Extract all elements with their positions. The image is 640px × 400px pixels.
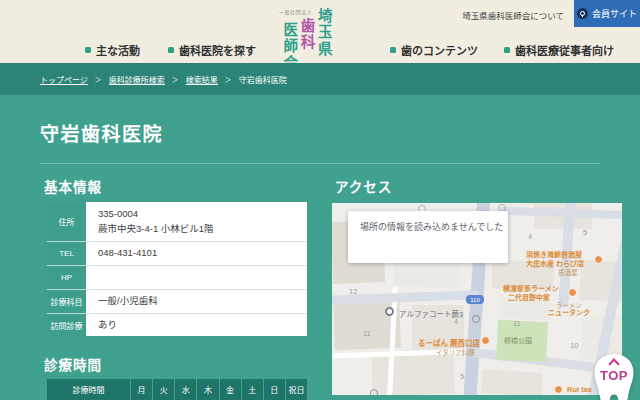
table-row-address: 住所 335-0004 蕨市中央3-4-1 小林ビル1階 bbox=[47, 202, 307, 242]
breadcrumb: トップページ ＞ 歯科診療所検索 ＞ 検索結果 ＞ 守岩歯科医院 bbox=[0, 63, 640, 95]
basic-info-table: 住所 335-0004 蕨市中央3-4-1 小林ビル1階 TEL 048-431… bbox=[47, 202, 307, 336]
map-error-popup: 場所の情報を読み込めませんでした bbox=[348, 211, 508, 263]
about-link[interactable]: 埼玉県歯科医師会について bbox=[462, 9, 564, 21]
map-label-ramen-2: 二代目野中家 bbox=[508, 292, 550, 302]
map-restaurant-icon bbox=[554, 385, 563, 394]
map-building bbox=[371, 354, 454, 395]
map-label-park: 柳橋公園 bbox=[504, 335, 532, 345]
map-label-alphacourt: アルファコート蕨3 bbox=[399, 308, 463, 319]
member-site-label: 会員サイト bbox=[592, 7, 637, 20]
nav-label: 歯科医院を探す bbox=[179, 42, 256, 58]
nav-item-activities[interactable]: 主な活動 bbox=[85, 42, 140, 58]
breadcrumb-separator: ＞ bbox=[172, 74, 179, 84]
street-address: 蕨市中央3-4-1 小林ビル1階 bbox=[98, 222, 307, 236]
row-label: 診療科目 bbox=[47, 290, 86, 314]
logo-line-saitama: 埼玉県 bbox=[315, 8, 330, 72]
map-restaurant-icon bbox=[568, 288, 577, 297]
nav-item-professionals[interactable]: 歯科医療従事者向け bbox=[504, 42, 614, 58]
breadcrumb-separator: ＞ bbox=[95, 74, 102, 84]
map-block-number: 12 bbox=[349, 287, 357, 296]
hours-col-sun: 日 bbox=[264, 379, 286, 400]
row-value: 048-431-4101 bbox=[86, 242, 307, 266]
hours-heading: 診療時間 bbox=[44, 354, 102, 374]
map-transit-icon bbox=[370, 389, 378, 395]
row-label: HP bbox=[47, 266, 86, 290]
map-pin-icon bbox=[385, 307, 394, 316]
back-to-top-button[interactable]: TOP bbox=[588, 352, 640, 400]
map-error-text: 場所の情報を読み込めませんでした bbox=[360, 221, 503, 235]
nav-bullet-icon bbox=[504, 47, 510, 53]
nav-bullet-icon bbox=[85, 47, 91, 53]
site-header: 埼玉県歯科医師会について 会員サイト 一般社団法人 埼玉県 歯科 医師会 主な活… bbox=[0, 0, 640, 63]
logo-vertical-text: 埼玉県 歯科 医師会 bbox=[281, 6, 331, 72]
breadcrumb-search[interactable]: 歯科診療所検索 bbox=[109, 74, 165, 85]
member-lock-icon bbox=[577, 8, 588, 19]
nav-label: 主な活動 bbox=[96, 42, 140, 58]
map-route-badge: 110 bbox=[466, 295, 484, 304]
hours-col-holiday: 祝日 bbox=[286, 379, 307, 400]
row-value bbox=[86, 266, 307, 290]
nav-item-find-clinic[interactable]: 歯科医院を探す bbox=[168, 42, 256, 58]
map-label-hamayaki-genre: 居酒屋 bbox=[558, 267, 578, 277]
departments: 一般/小児歯科 bbox=[98, 294, 307, 308]
hours-col-thu: 木 bbox=[197, 379, 219, 400]
visiting-care: あり bbox=[98, 318, 307, 332]
basic-info-heading: 基本情報 bbox=[44, 176, 102, 196]
main-nav-left: 主な活動 歯科医院を探す bbox=[85, 42, 256, 58]
google-map-embed[interactable]: 柳橋公園 110 12 11 3 4 4 5 11 10 5 アルファコート蕨3… bbox=[332, 203, 622, 395]
hours-col-tue: 火 bbox=[153, 379, 175, 400]
hours-col-wed: 水 bbox=[175, 379, 197, 400]
row-value: 一般/小児歯科 bbox=[86, 290, 307, 314]
row-value: 335-0004 蕨市中央3-4-1 小林ビル1階 bbox=[86, 202, 307, 242]
hours-col-label: 診療時間 bbox=[47, 379, 131, 400]
nav-bullet-icon bbox=[390, 47, 396, 53]
table-row-visiting-care: 訪問診療 あり bbox=[47, 314, 307, 336]
hours-col-fri: 金 bbox=[220, 379, 242, 400]
breadcrumb-current: 守岩歯科医院 bbox=[239, 74, 287, 85]
main-nav-right: 歯のコンテンツ 歯科医療従事者向け bbox=[390, 42, 614, 58]
table-row-departments: 診療科目 一般/小児歯科 bbox=[47, 290, 307, 314]
nav-bullet-icon bbox=[168, 47, 174, 53]
row-label: 住所 bbox=[47, 202, 86, 242]
map-label-newtank: ニュータンク bbox=[548, 307, 590, 317]
site-logo[interactable]: 一般社団法人 埼玉県 歯科 医師会 bbox=[281, 4, 341, 68]
map-block-number: 4 bbox=[528, 232, 532, 241]
access-heading: アクセス bbox=[335, 176, 392, 196]
hours-col-sat: 土 bbox=[242, 379, 264, 400]
nav-label: 歯科医療従事者向け bbox=[515, 42, 614, 58]
map-block-number: 11 bbox=[513, 319, 521, 328]
map-block-number: 10 bbox=[570, 341, 578, 350]
table-row-tel: TEL 048-431-4101 bbox=[47, 242, 307, 266]
breadcrumb-home[interactable]: トップページ bbox=[40, 74, 88, 85]
page-title: 守岩歯科医院 bbox=[40, 119, 163, 146]
page: 埼玉県歯科医師会について 会員サイト 一般社団法人 埼玉県 歯科 医師会 主な活… bbox=[0, 0, 640, 400]
map-label-rupan-genre: イタリア料理 bbox=[436, 347, 475, 357]
map-block-number: 5 bbox=[460, 372, 464, 381]
map-restaurant-icon bbox=[594, 255, 603, 264]
nav-item-tooth-contents[interactable]: 歯のコンテンツ bbox=[390, 42, 478, 58]
map-block-number: 5 bbox=[583, 228, 587, 237]
row-value: あり bbox=[86, 314, 307, 336]
map-restaurant-icon bbox=[481, 336, 490, 345]
phone-number: 048-431-4101 bbox=[98, 246, 307, 260]
map-clock-icon bbox=[472, 315, 480, 323]
member-site-button[interactable]: 会員サイト bbox=[574, 0, 640, 27]
title-divider bbox=[40, 163, 600, 164]
row-label: TEL bbox=[47, 242, 86, 266]
hours-col-mon: 月 bbox=[131, 379, 153, 400]
breadcrumb-separator: ＞ bbox=[225, 74, 232, 84]
table-row-hp: HP bbox=[47, 266, 307, 290]
map-block-number: 11 bbox=[363, 329, 371, 338]
postal-code: 335-0004 bbox=[98, 207, 307, 221]
hours-table-header: 診療時間 月 火 水 木 金 土 日 祝日 bbox=[47, 379, 307, 400]
breadcrumb-results[interactable]: 検索結果 bbox=[186, 74, 218, 85]
row-label: 訪問診療 bbox=[47, 314, 86, 336]
map-building bbox=[481, 369, 543, 395]
nav-label: 歯のコンテンツ bbox=[401, 42, 478, 58]
top-button-label: TOP bbox=[588, 368, 640, 383]
